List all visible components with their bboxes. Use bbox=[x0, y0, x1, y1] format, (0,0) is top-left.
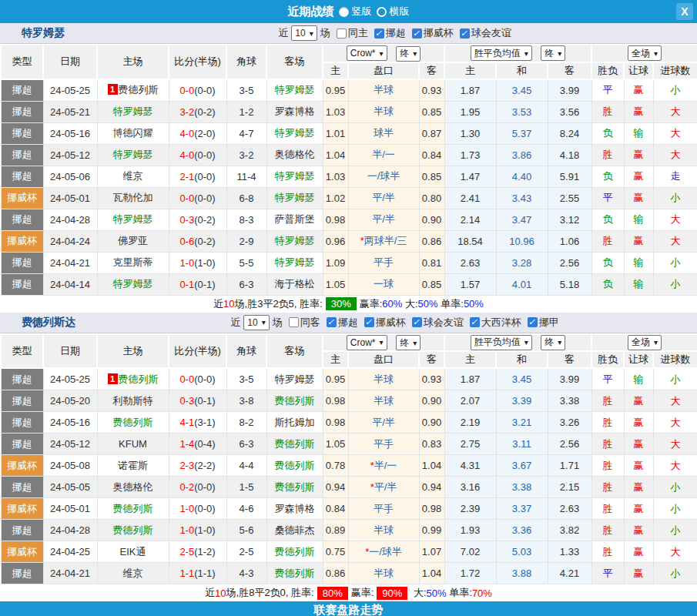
league-badge: 挪超 bbox=[1, 273, 43, 295]
league-filter-checkbox[interactable]: ✓ bbox=[374, 28, 384, 38]
result-handicap: 赢 bbox=[624, 79, 653, 102]
europe-stage-select[interactable]: 终▾ bbox=[541, 45, 565, 61]
home-team[interactable]: 博德闪耀 bbox=[97, 122, 169, 144]
away-team[interactable]: 萨普斯堡 bbox=[266, 209, 323, 230]
home-team[interactable]: 特罗姆瑟 bbox=[97, 101, 169, 122]
halftime-score: (0-0) bbox=[194, 85, 215, 96]
handicap-line: 平手 bbox=[348, 252, 419, 273]
league-filter-checkbox[interactable]: ✓ bbox=[470, 317, 480, 327]
bookmaker-select[interactable]: Crow*▾ bbox=[347, 335, 387, 350]
away-team[interactable]: 奥德格伦 bbox=[266, 144, 323, 166]
corner-score: 8-3 bbox=[226, 209, 266, 230]
handicap-home-odds: 0.75 bbox=[323, 541, 348, 563]
scope-select[interactable]: 全场▾ bbox=[628, 45, 662, 61]
euro-draw-odds: 4.01 bbox=[496, 273, 548, 295]
same-venue-checkbox[interactable] bbox=[337, 28, 347, 38]
league-filter-checkbox[interactable]: ✓ bbox=[528, 317, 538, 327]
handicap-stage-select[interactable]: 终▾ bbox=[396, 46, 421, 62]
home-team[interactable]: 特罗姆瑟 bbox=[97, 209, 169, 230]
radio-horizontal-layout[interactable]: 横版 bbox=[377, 5, 410, 18]
away-team-name: 费德列斯 bbox=[275, 546, 315, 557]
halftime-score: (0-0) bbox=[194, 171, 215, 182]
handicap-home-odds: 1.04 bbox=[323, 144, 348, 166]
handicap-away-odds: 0.84 bbox=[419, 144, 444, 166]
europe-avg-select[interactable]: 胜平负均值▾ bbox=[471, 335, 532, 350]
away-team[interactable]: 特罗姆瑟 bbox=[266, 187, 323, 209]
away-team[interactable]: 费德列斯 bbox=[266, 434, 323, 455]
same-venue-label: 同客 bbox=[300, 316, 320, 330]
away-team[interactable]: 特罗姆瑟 bbox=[266, 122, 323, 144]
fulltime-score: 0-6 bbox=[179, 236, 194, 247]
home-team[interactable]: 瓦勒伦加 bbox=[97, 187, 169, 209]
league-filter-label: 挪超 bbox=[338, 316, 358, 330]
home-team[interactable]: 佛罗亚 bbox=[97, 230, 169, 252]
home-team[interactable]: 奥德格伦 bbox=[97, 477, 169, 498]
away-team[interactable]: 特罗姆瑟 bbox=[266, 166, 323, 187]
away-team[interactable]: 罗森博格 bbox=[266, 498, 323, 520]
handicap-away-odds: 0.86 bbox=[419, 230, 444, 252]
match-date: 24-04-25 bbox=[43, 541, 97, 563]
bookmaker-select[interactable]: Crow*▾ bbox=[347, 45, 387, 61]
away-team[interactable]: 费德列斯 bbox=[266, 541, 323, 563]
home-team[interactable]: KFUM bbox=[97, 434, 169, 455]
away-team[interactable]: 海于格松 bbox=[266, 273, 323, 295]
home-team[interactable]: EIK通 bbox=[97, 541, 169, 563]
europe-avg-select[interactable]: 胜平负均值▾ bbox=[471, 45, 532, 61]
home-team[interactable]: 诺霍斯 bbox=[97, 455, 169, 477]
away-team[interactable]: 桑德菲杰 bbox=[266, 520, 323, 541]
halftime-score: (2-2) bbox=[194, 460, 215, 471]
league-badge: 挪超 bbox=[1, 166, 43, 187]
home-team-name: 特罗姆瑟 bbox=[113, 278, 153, 290]
away-team[interactable]: 罗森博格 bbox=[266, 101, 323, 122]
away-team[interactable]: 特罗姆瑟 bbox=[266, 79, 323, 102]
away-team[interactable]: 费德列斯 bbox=[266, 455, 323, 477]
same-venue-checkbox[interactable] bbox=[289, 317, 299, 327]
chevron-down-icon: ▾ bbox=[379, 49, 383, 58]
recent-count-select[interactable]: 10▾ bbox=[291, 25, 317, 41]
scope-select[interactable]: 全场▾ bbox=[628, 335, 662, 350]
home-team[interactable]: 特罗姆瑟 bbox=[97, 144, 169, 166]
chevron-down-icon: ▾ bbox=[413, 339, 417, 347]
league-filter-checkbox[interactable]: ✓ bbox=[364, 317, 374, 327]
away-team[interactable]: 斯托姆加 bbox=[266, 412, 323, 434]
recent-count-select[interactable]: 10▾ bbox=[243, 315, 269, 330]
euro-home-odds: 1.73 bbox=[444, 144, 496, 166]
home-team[interactable]: 维京 bbox=[97, 166, 169, 187]
away-team[interactable]: 费德列斯 bbox=[266, 390, 323, 412]
match-date: 24-05-08 bbox=[43, 455, 97, 477]
col-home: 主场 bbox=[97, 334, 169, 369]
close-icon[interactable]: X bbox=[676, 3, 693, 20]
league-badge: 挪超 bbox=[1, 209, 43, 230]
league-filter-checkbox[interactable]: ✓ bbox=[412, 317, 422, 327]
europe-stage-select[interactable]: 终▾ bbox=[541, 335, 565, 350]
home-team[interactable]: 费德列斯 bbox=[97, 412, 169, 434]
away-team[interactable]: 费德列斯 bbox=[266, 563, 323, 584]
away-team[interactable]: 特罗姆瑟 bbox=[266, 368, 323, 390]
home-team[interactable]: 费德列斯 bbox=[97, 520, 169, 541]
corner-score: 6-8 bbox=[226, 187, 266, 209]
euro-home-odds: 3.16 bbox=[444, 477, 496, 498]
handicap-stage-select[interactable]: 终▾ bbox=[396, 335, 421, 350]
handicap-group-header: Crow*▾ 终▾ bbox=[323, 45, 444, 62]
chevron-down-icon: ▾ bbox=[558, 49, 561, 58]
home-team[interactable]: 费德列斯 bbox=[97, 498, 169, 520]
away-team[interactable]: 特罗姆瑟 bbox=[266, 252, 323, 273]
home-team[interactable]: 特罗姆瑟 bbox=[97, 273, 169, 295]
home-team[interactable]: 1费德列斯 bbox=[97, 368, 169, 390]
home-team[interactable]: 1费德列斯 bbox=[97, 79, 169, 102]
league-filter-checkbox[interactable]: ✓ bbox=[327, 317, 337, 327]
away-team[interactable]: 特罗姆瑟 bbox=[266, 230, 323, 252]
away-team-name: 斯托姆加 bbox=[275, 417, 315, 428]
home-team[interactable]: 维京 bbox=[97, 563, 169, 584]
euro-away-odds: 1.33 bbox=[548, 541, 591, 563]
league-filter-checkbox[interactable]: ✓ bbox=[460, 28, 470, 38]
league-badge: 挪超 bbox=[1, 79, 43, 102]
result-wdl: 负 bbox=[591, 252, 624, 273]
radio-vertical-layout[interactable]: 竖版 bbox=[339, 5, 372, 18]
euro-home-odds: 1.93 bbox=[444, 520, 496, 541]
league-filter-checkbox[interactable]: ✓ bbox=[412, 28, 422, 38]
home-team[interactable]: 克里斯蒂 bbox=[97, 252, 169, 273]
home-team[interactable]: 利勒斯特 bbox=[97, 390, 169, 412]
home-team-name: 费德列斯 bbox=[119, 373, 159, 385]
away-team[interactable]: 费德列斯 bbox=[266, 477, 323, 498]
